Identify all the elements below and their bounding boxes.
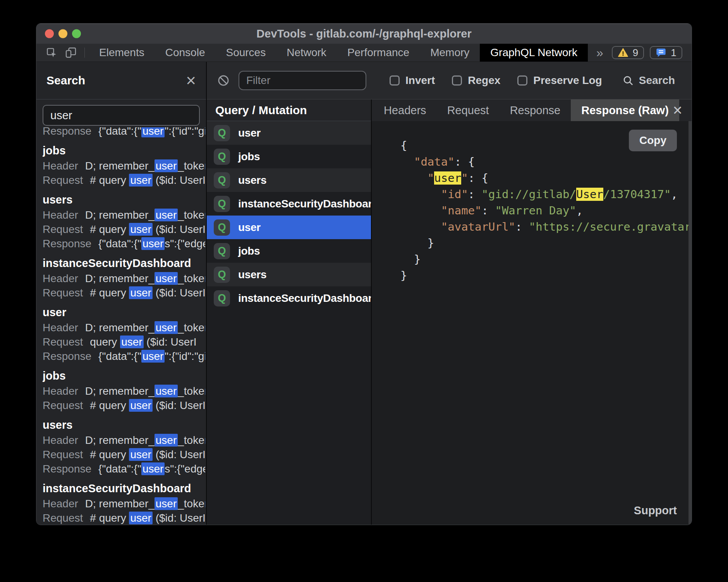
search-result-line[interactable]: HeaderD; remember_user_token=e [43,208,205,222]
filter-checkbox-group: InvertRegexPreserve Log [390,74,602,87]
issues-count: 1 [671,47,676,59]
detail-tab-headers[interactable]: Headers [373,99,437,121]
network-area: InvertRegexPreserve Log Search Query / M… [207,62,692,525]
support-link[interactable]: Support [634,504,677,517]
query-type-icon: Q [214,267,230,283]
query-item-jobs[interactable]: Qjobs [207,239,371,263]
search-result-heading: instanceSecurityDashboard [43,481,205,496]
search-close-icon[interactable]: × [186,72,196,89]
inspect-element-icon[interactable] [42,44,61,62]
search-input[interactable] [43,105,200,126]
more-tabs-button[interactable]: » [588,46,612,60]
toolbar-tab-network[interactable]: Network [276,44,337,62]
close-window-button[interactable] [45,29,54,38]
response-detail-panel: HeadersRequestResponseResponse (Raw)× Co… [371,99,692,525]
warning-triangle-icon [618,47,628,58]
search-result-line[interactable]: Request# query user ($id: UserI [43,398,205,413]
search-result-line[interactable]: HeaderD; remember_user_token=e [43,159,205,173]
query-type-icon: Q [214,219,230,236]
toolbar-tab-elements[interactable]: Elements [89,44,155,62]
json-line: "id": "gid://gitlab/User/13704317", [400,186,692,202]
search-result-line[interactable]: Response{"data":{"user":{"id":"gid [43,349,205,363]
checkbox-preserve-log[interactable]: Preserve Log [517,74,602,87]
search-result-line[interactable]: Requestquery user ($id: UserI [43,335,205,349]
query-item-user[interactable]: Quser [207,216,371,239]
json-code: { "data": { "user": { "id": "gid://gitla… [400,137,692,284]
detail-tab-response-raw[interactable]: Response (Raw) [571,99,679,121]
toolbar-tab-sources[interactable]: Sources [215,44,276,62]
search-result-section: instanceSecurityDashboardHeaderD; rememb… [43,255,205,300]
search-result-line[interactable]: HeaderD; remember_user_token=e [43,384,205,398]
device-toolbar-icon[interactable] [61,44,81,62]
json-line: } [400,251,692,267]
search-result-heading: users [43,417,205,433]
toolbar-tab-performance[interactable]: Performance [337,44,420,62]
search-result-line[interactable]: HeaderD; remember_user_token=e [43,433,205,447]
panels: Query / Mutation QuserQjobsQusersQinstan… [207,99,692,525]
filter-search-button[interactable]: Search [622,74,675,87]
traffic-lights [45,29,81,38]
devtools-window: DevTools - gitlab.com/-/graphql-explorer… [36,23,692,525]
checkbox-regex[interactable]: Regex [452,74,500,87]
toolbar-divider [84,48,85,58]
search-panel-title: Search [46,74,85,87]
search-result-line[interactable]: Response{"data":{"users":{"edges [43,462,205,476]
main-content: Search × Response{"data":{"user":{"id":"… [36,62,692,525]
search-result-heading: user [43,305,205,320]
search-result-line[interactable]: Request# query user ($id: UserI [43,286,205,300]
detail-tab-request[interactable]: Request [437,99,500,121]
minimize-window-button[interactable] [58,29,67,38]
window-title: DevTools - gitlab.com/-/graphql-explorer [256,27,471,40]
search-result-section: jobsHeaderD; remember_user_token=eReques… [43,368,205,413]
query-item-jobs[interactable]: Qjobs [207,145,371,168]
detail-close-icon[interactable]: × [673,102,682,118]
checkbox-invert[interactable]: Invert [390,74,435,87]
toolbar-tab-strip: ElementsConsoleSourcesNetworkPerformance… [89,44,588,62]
query-type-icon: Q [214,125,230,141]
warnings-badge[interactable]: 9 [612,46,644,59]
toolbar-tab-memory[interactable]: Memory [420,44,480,62]
filter-input[interactable] [239,71,366,90]
response-raw-view: Copy { "data": { "user": { "id": "gid://… [372,121,692,525]
search-result-line[interactable]: Response{"data":{"users":{"edges [43,236,205,251]
query-type-icon: Q [214,172,230,188]
json-line: "data": { [400,154,692,170]
clear-log-icon[interactable] [217,62,230,99]
search-result-line[interactable]: Request# query user ($id: UserI [43,222,205,236]
message-bubble-icon [656,47,666,58]
search-result-line[interactable]: Request# query user ($id: UserI [43,511,205,525]
response-scrollbar[interactable] [689,121,692,525]
query-panel: Query / Mutation QuserQjobsQusersQinstan… [207,99,371,525]
issues-badge[interactable]: 1 [650,46,682,59]
detail-tab-response[interactable]: Response [500,99,571,121]
filter-bar: InvertRegexPreserve Log Search [207,62,692,99]
search-result-section: userHeaderD; remember_user_token=eReques… [43,305,205,363]
query-item-users[interactable]: Qusers [207,168,371,192]
toolbar-tab-console[interactable]: Console [155,44,216,62]
checkbox-box [517,75,527,86]
query-item-instancesecuritydashboard[interactable]: QinstanceSecurityDashboard [207,192,371,216]
toolbar-tab-graphql-network[interactable]: GraphQL Network [480,44,588,62]
search-result-heading: instanceSecurityDashboard [43,255,205,271]
query-item-user[interactable]: Quser [207,121,371,145]
search-result-line[interactable]: HeaderD; remember_user_token=e [43,271,205,286]
search-result-section: usersHeaderD; remember_user_token=eReque… [43,417,205,476]
query-type-icon: Q [214,290,230,306]
copy-button[interactable]: Copy [629,130,677,151]
title-bar: DevTools - gitlab.com/-/graphql-explorer [36,24,692,44]
search-result-line[interactable]: Request# query user ($id: UserI [43,447,205,462]
query-item-users[interactable]: Qusers [207,263,371,286]
filter-search-label: Search [639,74,675,87]
json-line: "name": "Warren Day", [400,202,692,219]
query-item-instancesecuritydashboard[interactable]: QinstanceSecurityDashboard [207,286,371,310]
search-result-line[interactable]: HeaderD; remember_user_token=e [43,320,205,335]
json-line: "avatarUrl": "https://secure.gravatar.co… [400,219,692,235]
search-result-line[interactable]: Response{"data":{"user":{"id":"gi [43,127,205,138]
search-results: Response{"data":{"user":{"id":"gijobsHea… [36,127,206,525]
search-result-line[interactable]: HeaderD; remember_user_token=e [43,496,205,511]
search-box-wrap [36,99,206,127]
search-result-line[interactable]: Request# query user ($id: UserI [43,173,205,187]
zoom-window-button[interactable] [72,29,81,38]
detail-tab-strip: HeadersRequestResponseResponse (Raw)× [372,99,692,121]
search-result-heading: jobs [43,368,205,384]
